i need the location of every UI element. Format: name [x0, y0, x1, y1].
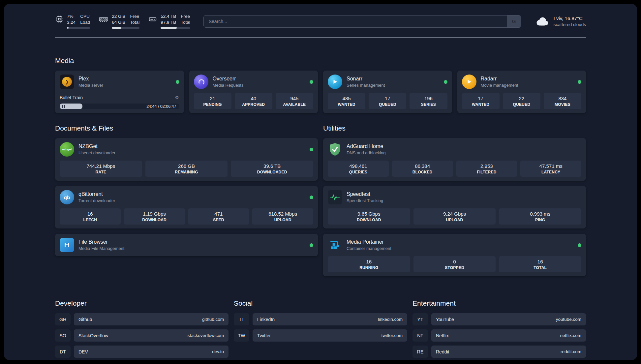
stat-download: 1.19 GbpsDOWNLOAD: [124, 208, 185, 225]
adguard-icon: [328, 142, 342, 157]
bookmark-reddit[interactable]: RE Redditreddit.com: [412, 346, 586, 358]
bookmark-name: StackOverflow: [78, 333, 108, 338]
status-dot: [578, 80, 581, 84]
cpu-metric: 7% 3.24 CPU Load: [55, 14, 90, 29]
app-name: AdGuard Home: [347, 143, 581, 149]
status-dot: [310, 80, 313, 84]
bookmark-url: stackoverflow.com: [188, 333, 224, 338]
bookmark-dev[interactable]: DT DEVdev.to: [55, 346, 229, 358]
pause-icon[interactable]: [62, 105, 65, 108]
twitter-abbr-icon: TW: [234, 329, 249, 342]
app-card-radarr[interactable]: Radarr Movie management 17WANTED 22QUEUE…: [457, 71, 586, 113]
app-name: Overseerr: [213, 76, 306, 82]
stat-running: 16RUNNING: [328, 256, 410, 272]
portainer-icon: [328, 238, 342, 252]
nzbget-icon: nzbget: [60, 142, 74, 157]
status-dot: [176, 80, 179, 84]
cloud-icon: [534, 16, 550, 27]
ram-free-value: 22 GiB: [112, 14, 125, 19]
bookmark-netflix[interactable]: NF Netflixnetflix.com: [412, 329, 586, 342]
app-card-sonarr[interactable]: Sonarr Series management 485WANTED 17QUE…: [323, 71, 452, 113]
section-title-entertainment: Entertainment: [412, 299, 586, 307]
github-abbr-icon: GH: [55, 313, 71, 325]
disk-progress-bar: [161, 27, 190, 29]
stat-rate: 744.21 MbpsRATE: [60, 161, 142, 177]
app-name: qBittorrent: [78, 191, 305, 197]
plex-icon: ❯: [60, 75, 74, 89]
bookmark-url: linkedin.com: [378, 317, 403, 322]
bookmark-github[interactable]: GH Githubgithub.com: [55, 313, 229, 325]
section-title-documents: Documents & Files: [55, 124, 318, 132]
reddit-abbr-icon: RE: [412, 346, 428, 358]
app-desc: Media File Management: [78, 246, 305, 251]
bookmark-linkedin[interactable]: LI LinkedInlinkedin.com: [234, 313, 407, 325]
app-card-overseerr[interactable]: Overseerr Media Requests 21PENDING 40APP…: [189, 71, 318, 113]
app-name: Radarr: [481, 76, 574, 82]
app-card-portainer[interactable]: Media Portainer Container management 16R…: [323, 234, 586, 276]
widget-settings-gear-icon[interactable]: ⚙: [175, 95, 179, 101]
stat-pending: 21PENDING: [194, 93, 231, 109]
status-dot: [310, 243, 313, 247]
stat-movies: 834MOVIES: [544, 93, 581, 109]
app-name: File Browser: [78, 239, 305, 245]
sonarr-icon: [328, 75, 342, 89]
status-dot: [578, 243, 581, 247]
stat-wanted: 485WANTED: [328, 93, 365, 109]
cpu-load-value: 3.24: [67, 20, 76, 25]
bookmark-name: Twitter: [257, 333, 271, 338]
app-desc: DNS and adblocking: [347, 150, 581, 155]
section-title-developer: Developer: [55, 299, 229, 307]
bookmark-url: reddit.com: [561, 349, 581, 354]
cpu-chip-icon: [55, 15, 64, 23]
disk-free-value: 52.4 TB: [161, 14, 176, 19]
bookmark-url: twitter.com: [381, 333, 403, 338]
stat-available: 945AVAILABLE: [276, 93, 313, 109]
ram-icon: [99, 15, 108, 23]
bookmark-name: Reddit: [436, 349, 449, 354]
dev-abbr-icon: DT: [55, 346, 71, 358]
bookmark-stackoverflow[interactable]: SO StackOverflowstackoverflow.com: [55, 329, 229, 342]
app-card-plex[interactable]: ❯ Plex Media server Bullet Train ⚙: [55, 71, 184, 113]
disk-icon: [148, 15, 157, 23]
search-bar: G: [203, 15, 521, 28]
app-desc: Usenet downloader: [78, 150, 305, 155]
cpu-progress-bar: [67, 27, 90, 29]
stat-queued: 22QUEUED: [503, 93, 540, 109]
app-desc: Media server: [78, 83, 171, 88]
cpu-percent: 7%: [67, 14, 76, 19]
app-card-qbittorrent[interactable]: qb qBittorrent Torrent downloader 16LEEC…: [55, 186, 318, 228]
bookmark-youtube[interactable]: YT YouTubeyoutube.com: [412, 313, 586, 325]
stat-seed: 471SEED: [188, 208, 249, 225]
app-desc: Series management: [347, 83, 440, 88]
app-card-filebrowser[interactable]: File Browser Media File Management: [55, 234, 318, 256]
section-title-social: Social: [234, 299, 407, 307]
search-input[interactable]: [204, 15, 507, 27]
qbittorrent-icon: qb: [60, 190, 74, 204]
bookmark-url: youtube.com: [556, 317, 581, 322]
app-card-adguard[interactable]: AdGuard Home DNS and adblocking 498,461Q…: [323, 138, 586, 181]
search-engine-button[interactable]: G: [507, 15, 521, 27]
stat-upload: 9.24 GbpsUPLOAD: [413, 208, 496, 225]
ram-total-label: Total: [130, 20, 140, 25]
stat-latency: 47.571 msLATENCY: [520, 161, 581, 177]
weather-location-temp: Lviv, 16.87°C: [554, 15, 586, 21]
stat-remaining: 266 GBREMAINING: [145, 161, 228, 177]
app-name: Media Portainer: [347, 239, 573, 245]
radarr-icon: [462, 75, 476, 89]
linkedin-abbr-icon: LI: [234, 313, 249, 325]
bookmarks-section: Developer GH Githubgithub.com SO StackOv…: [55, 299, 586, 360]
disk-total-label: Total: [181, 20, 190, 25]
app-card-speedtest[interactable]: Speedtest Speedtest Tracking 9.65 GbpsDO…: [323, 186, 586, 228]
app-card-nzbget[interactable]: nzbget NZBGet Usenet downloader 744.21 M…: [55, 138, 318, 181]
cpu-load-label: Load: [80, 20, 90, 25]
app-name: Sonarr: [347, 76, 440, 82]
netflix-abbr-icon: NF: [412, 329, 428, 342]
bookmark-url: github.com: [202, 317, 224, 322]
middle-columns: Documents & Files nzbget NZBGet Usenet d…: [55, 124, 586, 276]
section-title-utilities: Utilities: [323, 124, 586, 132]
bookmark-name: Github: [78, 317, 92, 322]
stat-filtered: 2,953FILTERED: [456, 161, 517, 177]
status-dot: [310, 148, 313, 151]
playback-progress-bar[interactable]: 24:44 / 02:06:47: [60, 104, 179, 109]
bookmark-twitter[interactable]: TW Twittertwitter.com: [234, 329, 407, 342]
